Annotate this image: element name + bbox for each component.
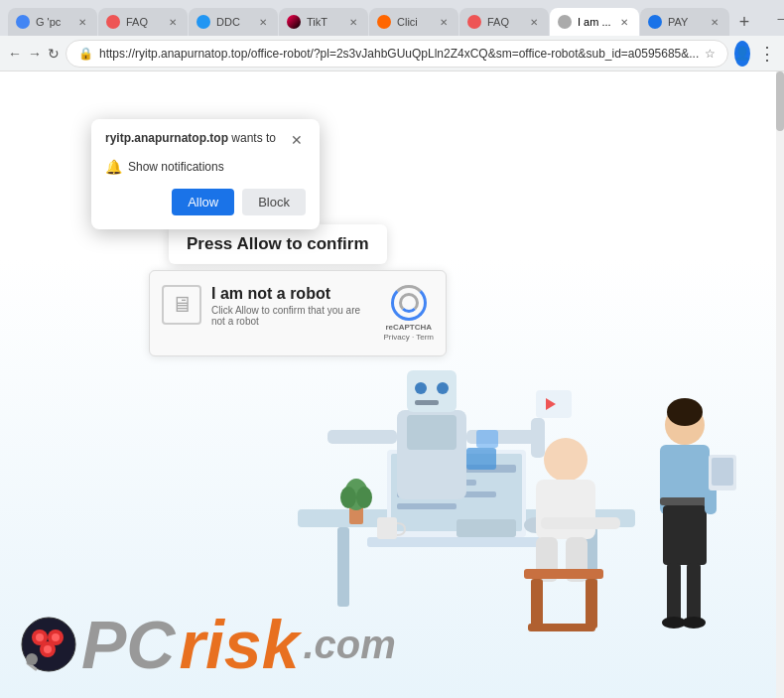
recaptcha-inner xyxy=(399,293,419,313)
scrollbar-thumb[interactable] xyxy=(776,71,784,131)
svg-rect-10 xyxy=(457,519,516,537)
svg-point-59 xyxy=(26,653,38,665)
tab-favicon xyxy=(106,15,120,29)
scrollbar[interactable] xyxy=(776,71,784,698)
svg-rect-50 xyxy=(476,430,498,448)
captcha-subtitle: Click Allow to confirm that you are not … xyxy=(211,305,373,327)
svg-point-56 xyxy=(52,633,60,641)
svg-rect-40 xyxy=(407,370,457,412)
profile-button[interactable]: 👤 xyxy=(734,41,750,67)
svg-point-16 xyxy=(356,487,372,508)
svg-rect-29 xyxy=(660,497,710,505)
popup-wants-to: wants to xyxy=(231,131,276,145)
tab-favicon xyxy=(196,15,210,29)
new-tab-button[interactable]: + xyxy=(730,8,758,36)
tab-close-button[interactable]: ✕ xyxy=(166,15,180,29)
svg-rect-24 xyxy=(528,624,595,631)
tab-faq1[interactable]: FAQ ✕ xyxy=(98,8,188,36)
svg-rect-1 xyxy=(337,527,349,607)
title-bar: G 'pc ✕ FAQ ✕ DDC ✕ TikT ✕ Clici ✕ xyxy=(0,0,784,36)
svg-rect-18 xyxy=(536,480,595,539)
tab-g-pc[interactable]: G 'pc ✕ xyxy=(8,8,97,36)
svg-point-42 xyxy=(437,382,449,394)
browser-window: G 'pc ✕ FAQ ✕ DDC ✕ TikT ✕ Clici ✕ xyxy=(0,0,784,698)
svg-point-17 xyxy=(544,438,588,482)
captcha-logo-area: reCAPTCHA Privacy · Term xyxy=(383,285,434,342)
tab-label: Clici xyxy=(397,16,431,28)
back-button[interactable]: ← xyxy=(8,42,22,66)
page-content: ryitp.anapurnatop.top wants to ✕ 🔔 Show … xyxy=(0,71,784,698)
refresh-button[interactable]: ↻ xyxy=(48,42,60,66)
forward-button[interactable]: → xyxy=(28,42,42,66)
tab-close-button[interactable]: ✕ xyxy=(617,15,631,29)
captcha-links: Privacy · Term xyxy=(383,333,434,342)
svg-point-15 xyxy=(340,487,356,508)
popup-buttons: Allow Block xyxy=(105,189,306,215)
captcha-box: 🖥 I am not a robot Click Allow to confir… xyxy=(149,270,447,356)
allow-button[interactable]: Allow xyxy=(172,189,234,215)
tab-close-button[interactable]: ✕ xyxy=(75,15,89,29)
tab-label: FAQ xyxy=(487,16,521,28)
pcrisk-logo: PC risk .com xyxy=(20,611,396,678)
svg-rect-21 xyxy=(524,569,603,579)
bell-icon: 🔔 xyxy=(105,159,122,175)
svg-point-55 xyxy=(36,633,44,641)
tab-favicon xyxy=(287,15,301,29)
tab-tiktok[interactable]: TikT ✕ xyxy=(279,8,368,36)
robot-icon: 🖥 xyxy=(171,292,193,318)
svg-rect-23 xyxy=(586,579,597,628)
tab-favicon xyxy=(467,15,481,29)
block-button[interactable]: Block xyxy=(242,189,306,215)
menu-button[interactable]: ⋮ xyxy=(756,43,778,65)
tab-label: G 'pc xyxy=(36,16,69,28)
svg-rect-9 xyxy=(397,503,457,509)
notification-popup: ryitp.anapurnatop.top wants to ✕ 🔔 Show … xyxy=(91,119,320,229)
svg-rect-25 xyxy=(541,517,620,529)
tab-favicon xyxy=(16,15,30,29)
tab-favicon xyxy=(648,15,662,29)
svg-rect-46 xyxy=(531,418,545,458)
pcrisk-risk-text: risk xyxy=(179,611,299,678)
press-allow-label: Press Allow to confirm xyxy=(169,224,387,264)
svg-rect-43 xyxy=(415,400,439,405)
tab-pay[interactable]: PAY ✕ xyxy=(640,8,729,36)
tab-favicon xyxy=(558,15,572,29)
tab-label: FAQ xyxy=(126,16,160,28)
pcrisk-icon-svg xyxy=(20,616,77,673)
tab-bar: G 'pc ✕ FAQ ✕ DDC ✕ TikT ✕ Clici ✕ xyxy=(8,0,758,36)
window-controls: – □ ✕ xyxy=(770,7,784,29)
star-icon[interactable]: ☆ xyxy=(705,47,716,61)
tab-close-button[interactable]: ✕ xyxy=(708,15,721,29)
tab-iam[interactable]: I am ... ✕ xyxy=(550,8,639,36)
tab-close-button[interactable]: ✕ xyxy=(527,15,541,29)
recaptcha-label: reCAPTCHA xyxy=(385,323,432,332)
url-icons: ☆ xyxy=(705,47,716,61)
tab-label: I am ... xyxy=(578,16,611,28)
popup-close-button[interactable]: ✕ xyxy=(288,131,306,149)
tab-label: PAY xyxy=(668,16,702,28)
tab-ddc[interactable]: DDC ✕ xyxy=(189,8,278,36)
minimize-button[interactable]: – xyxy=(770,7,784,29)
svg-point-27 xyxy=(667,398,703,426)
tab-close-button[interactable]: ✕ xyxy=(437,15,451,29)
tab-favicon xyxy=(377,15,391,29)
popup-notification-text: Show notifications xyxy=(128,160,224,174)
tab-label: DDC xyxy=(216,16,250,28)
tab-close-button[interactable]: ✕ xyxy=(256,15,270,29)
url-bar[interactable]: 🔒 https://ryitp.anapurnatop.top/office-r… xyxy=(65,40,728,68)
svg-rect-32 xyxy=(687,563,701,623)
tab-label: TikT xyxy=(307,16,340,28)
svg-rect-12 xyxy=(377,517,397,539)
tab-faq2[interactable]: FAQ ✕ xyxy=(459,8,549,36)
svg-rect-49 xyxy=(466,448,496,470)
popup-domain-text: ryitp.anapurnatop.top wants to xyxy=(105,131,276,147)
svg-rect-45 xyxy=(327,430,397,444)
tab-clici[interactable]: Clici ✕ xyxy=(369,8,458,36)
recaptcha-logo xyxy=(391,285,427,321)
tab-close-button[interactable]: ✕ xyxy=(346,15,360,29)
lock-icon: 🔒 xyxy=(78,47,93,61)
svg-rect-22 xyxy=(531,579,543,628)
pcrisk-com-text: .com xyxy=(303,625,395,664)
pcrisk-pc-text: PC xyxy=(81,611,175,678)
popup-header: ryitp.anapurnatop.top wants to ✕ xyxy=(105,131,306,149)
